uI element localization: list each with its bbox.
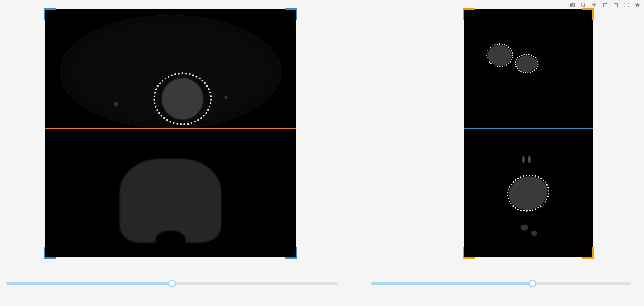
- image-frame-right[interactable]: [464, 9, 593, 257]
- corner-marker: [44, 247, 56, 259]
- scan-content-left: [45, 9, 296, 257]
- corner-marker: [582, 8, 594, 20]
- viewer-right-panel: [464, 9, 593, 257]
- corner-marker: [582, 247, 594, 259]
- crosshair-line-horizontal[interactable]: [45, 128, 296, 129]
- corner-marker: [285, 8, 297, 20]
- image-frame-left[interactable]: [45, 9, 296, 257]
- slider-thumb[interactable]: [168, 280, 176, 287]
- autoscale-icon[interactable]: [623, 1, 630, 9]
- corner-marker: [463, 247, 475, 259]
- scan-content-right: [464, 9, 593, 257]
- corner-marker: [44, 8, 56, 20]
- home-icon[interactable]: [634, 1, 641, 9]
- slice-slider-right[interactable]: [371, 279, 631, 288]
- sliders-row: [0, 279, 644, 288]
- viewer-left-panel: [45, 9, 296, 257]
- zoom-out-icon[interactable]: [612, 1, 619, 9]
- corner-marker: [285, 247, 297, 259]
- crosshair-line-horizontal[interactable]: [464, 128, 593, 129]
- slider-thumb[interactable]: [528, 280, 536, 287]
- corner-marker: [463, 8, 475, 20]
- camera-icon[interactable]: [569, 1, 576, 9]
- slice-slider-left[interactable]: [6, 279, 338, 288]
- slider-fill: [6, 282, 172, 285]
- viewer-container: [0, 0, 644, 257]
- zoom-in-icon[interactable]: [602, 1, 609, 9]
- plot-toolbar: [569, 1, 641, 9]
- slider-fill: [371, 282, 532, 285]
